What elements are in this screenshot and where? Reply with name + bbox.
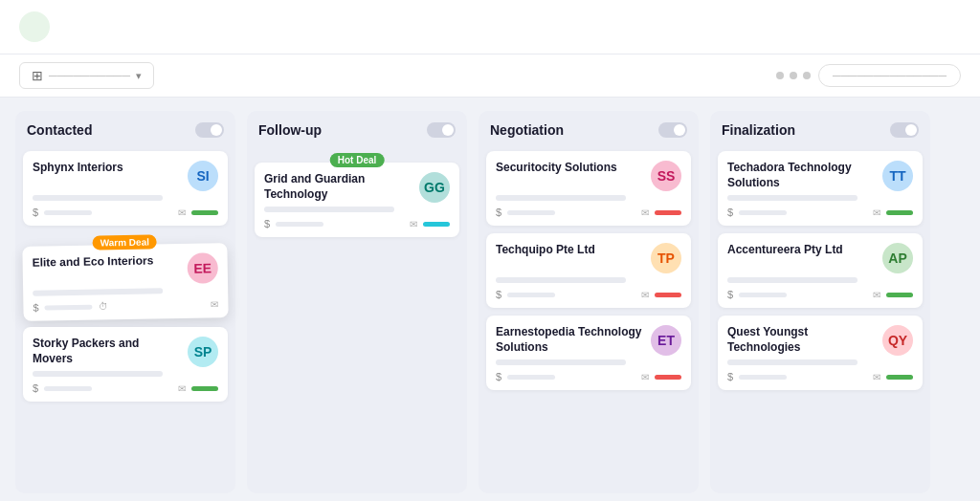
avatar: SI — [188, 161, 218, 191]
app-logo — [19, 11, 50, 42]
dot-1 — [776, 72, 784, 79]
price-bar — [276, 222, 323, 227]
filter-button[interactable]: ⊞ ────────── ▾ — [19, 62, 154, 89]
card-header: Techquipo Pte Ltd TP — [496, 243, 681, 273]
card-subtext — [33, 371, 163, 377]
status-pill — [886, 293, 913, 297]
status-pill — [655, 210, 681, 215]
column-toggle-followup[interactable] — [427, 122, 456, 138]
kanban-board: Contacted Sphynx Interiors SI $ ✉ Warm D… — [0, 98, 980, 501]
card-name: Techquipo Pte Ltd — [496, 243, 645, 258]
price-bar — [739, 375, 787, 380]
card[interactable]: Hot Deal Grid and Guardian Technology GG… — [255, 163, 459, 237]
dot-3 — [803, 72, 811, 79]
card[interactable]: Techadora Technology Solutions TT $ ✉ — [718, 151, 923, 226]
card-name: Elite and Eco Interiors — [33, 253, 182, 271]
email-icon: ✉ — [873, 372, 880, 382]
dollar-icon: $ — [727, 207, 733, 218]
column-negotiation: Negotiation Securitocity Solutions SS $ … — [479, 111, 699, 493]
card-header: Earnestopedia Technology Solutions ET — [496, 325, 681, 356]
column-title-followup: Follow-up — [258, 122, 322, 138]
avatar: AP — [882, 243, 913, 273]
price-bar — [739, 210, 787, 215]
column-header-contacted: Contacted — [23, 120, 228, 143]
avatar: TP — [651, 243, 681, 273]
card[interactable]: Earnestopedia Technology Solutions ET $ … — [486, 316, 691, 390]
filter-icon: ⊞ — [32, 68, 43, 83]
card-footer: $ ✉ — [496, 371, 681, 382]
card-footer: $ ✉ — [727, 371, 913, 382]
card[interactable]: Accentureera Pty Ltd AP $ ✉ — [718, 233, 923, 308]
card-name: Quest Youngst Technologies — [727, 325, 877, 355]
card-header: Quest Youngst Technologies QY — [727, 325, 913, 356]
card-footer: $ ✉ — [264, 218, 450, 229]
email-icon: ✉ — [211, 299, 218, 310]
dollar-icon: $ — [264, 218, 270, 229]
avatar: SS — [651, 161, 681, 191]
card-subtext — [496, 359, 626, 365]
card-name: Earnestopedia Technology Solutions — [496, 325, 645, 355]
dollar-icon: $ — [727, 289, 733, 300]
chevron-down-icon: ▾ — [136, 70, 142, 82]
card-subtext — [496, 195, 626, 201]
card-subtext — [33, 288, 163, 295]
card[interactable]: Quest Youngst Technologies QY $ ✉ — [718, 316, 923, 390]
dollar-icon: $ — [496, 371, 501, 382]
email-icon: ✉ — [410, 219, 417, 229]
card-footer: $ ✉ — [727, 289, 913, 300]
card[interactable]: Sphynx Interiors SI $ ✉ — [23, 151, 228, 226]
card-footer: $ ✉ — [496, 207, 681, 218]
card[interactable]: Techquipo Pte Ltd TP $ ✉ — [486, 233, 691, 308]
card-subtext — [496, 277, 626, 283]
deal-badge: Hot Deal — [330, 153, 385, 167]
card-header: Accentureera Pty Ltd AP — [727, 243, 913, 273]
status-pill — [191, 386, 218, 391]
status-pill — [886, 375, 913, 380]
card-subtext — [727, 277, 858, 283]
card-footer: $ ✉ — [33, 207, 218, 218]
deal-badge: Warm Deal — [92, 234, 157, 250]
card-name: Storky Packers and Movers — [33, 337, 182, 366]
email-icon: ✉ — [641, 290, 649, 300]
status-pill — [191, 210, 218, 215]
card-header: Techadora Technology Solutions TT — [727, 161, 913, 191]
email-icon: ✉ — [873, 207, 880, 218]
avatar: TT — [882, 161, 913, 191]
status-pill — [886, 210, 913, 215]
email-icon: ✉ — [641, 207, 649, 218]
price-bar — [507, 375, 555, 380]
column-toggle-contacted[interactable] — [195, 122, 224, 138]
column-toggle-negotiation[interactable] — [658, 122, 687, 138]
card[interactable]: Securitocity Solutions SS $ ✉ — [486, 151, 691, 226]
card[interactable]: Warm Deal Elite and Eco Interiors EE $ ⏱… — [22, 243, 228, 321]
clock-icon: ⏱ — [98, 301, 107, 312]
price-bar — [739, 293, 787, 297]
dot-2 — [790, 72, 797, 79]
avatar: SP — [188, 337, 218, 367]
column-title-negotiation: Negotiation — [490, 122, 564, 138]
card-name: Techadora Technology Solutions — [727, 161, 877, 190]
dollar-icon: $ — [496, 207, 501, 218]
column-contacted: Contacted Sphynx Interiors SI $ ✉ Warm D… — [15, 111, 235, 493]
email-icon: ✉ — [178, 383, 186, 394]
column-toggle-finalization[interactable] — [890, 122, 919, 138]
dollar-icon: $ — [496, 289, 501, 300]
column-header-finalization: Finalization — [718, 120, 923, 143]
card[interactable]: Storky Packers and Movers SP $ ✉ — [23, 327, 228, 402]
price-bar — [44, 386, 92, 391]
avatar: QY — [882, 325, 913, 356]
status-pill — [655, 375, 681, 380]
card-header: Grid and Guardian Technology GG — [264, 172, 450, 203]
price-bar — [45, 304, 93, 310]
email-icon: ✉ — [873, 290, 880, 300]
card-footer: $ ✉ — [496, 289, 681, 300]
card-subtext — [727, 359, 858, 365]
card-subtext — [264, 207, 394, 212]
price-bar — [507, 293, 555, 297]
toolbar: ⊞ ────────── ▾ ────────────── — [0, 54, 980, 98]
dollar-icon: $ — [33, 207, 38, 218]
card-footer: $ ✉ — [33, 382, 218, 394]
avatar: EE — [187, 252, 218, 284]
dollar-icon: $ — [33, 382, 38, 394]
column-title-finalization: Finalization — [722, 122, 795, 138]
